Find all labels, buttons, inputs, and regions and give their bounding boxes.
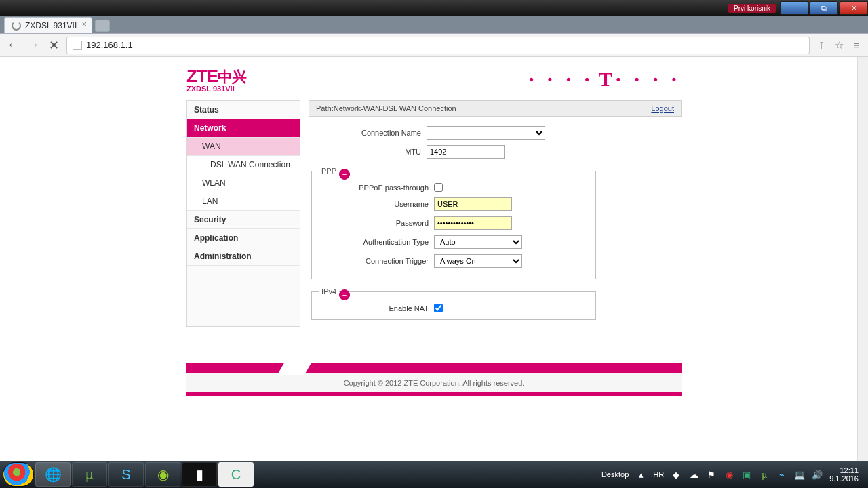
ipv4-fieldset: IPv4 − Enable NAT xyxy=(311,287,596,320)
browser-tabstrip: ZXDSL 931VII × xyxy=(0,16,868,34)
tray-utorrent-icon[interactable]: µ xyxy=(759,469,770,480)
sidebar-item-wlan[interactable]: WLAN xyxy=(187,174,300,192)
mtu-label: MTU xyxy=(311,148,427,156)
pppoe-pt-checkbox[interactable] xyxy=(434,183,443,192)
sidebar-item-application[interactable]: Application xyxy=(187,229,300,247)
tab-close-button[interactable]: × xyxy=(79,20,89,30)
taskbar-app-skype[interactable]: S xyxy=(108,462,144,487)
password-input[interactable] xyxy=(434,216,512,230)
tray-bluetooth-icon[interactable]: ⌁ xyxy=(776,469,787,480)
system-tray: Desktop ▴ HR ◆ ☁ ⚑ ◉ ▣ µ ⌁ 💻 🔊 12:11 9.1… xyxy=(601,466,865,483)
header-brand-row: ZTE中兴 ZXDSL 931VII • • • •T• • • • xyxy=(186,62,682,96)
menu-icon[interactable]: ≡ xyxy=(850,39,863,52)
language-indicator[interactable]: HR xyxy=(653,470,664,479)
auth-type-select[interactable]: Auto xyxy=(434,235,522,249)
url-text: 192.168.1.1 xyxy=(86,40,133,50)
sidebar-item-lan[interactable]: LAN xyxy=(187,192,300,211)
window-maximize-button[interactable]: ⧉ xyxy=(810,1,838,15)
taskbar-clock[interactable]: 12:11 9.1.2016 xyxy=(829,466,859,483)
tray-flag-icon[interactable]: ⚑ xyxy=(706,469,717,480)
connection-name-label: Connection Name xyxy=(311,129,427,137)
footer-bottom-line xyxy=(186,392,682,396)
sidebar-item-wan[interactable]: WAN xyxy=(187,138,300,156)
sidebar-item-dsl-wan-connection[interactable]: DSL WAN Connection xyxy=(187,156,300,174)
address-bar[interactable]: 192.168.1.1 xyxy=(66,37,810,54)
sidebar-item-security[interactable]: Security xyxy=(187,211,300,229)
taskbar-app-chrome[interactable]: 🌐 xyxy=(35,462,71,487)
forward-button[interactable]: → xyxy=(26,38,41,53)
taskbar-app-camtasia[interactable]: C xyxy=(218,462,254,487)
logout-link[interactable]: Logout xyxy=(651,104,674,113)
nat-label: Enable NAT xyxy=(319,304,434,312)
pppoe-pt-label: PPPoE pass-through xyxy=(319,184,434,192)
steam-icon[interactable]: ◆ xyxy=(671,469,682,480)
window-minimize-button[interactable]: — xyxy=(780,1,808,15)
tray-shield-icon[interactable]: ◉ xyxy=(724,469,734,480)
footer-copyright: Copyright © 2012 ZTE Corporation. All ri… xyxy=(186,373,682,392)
connection-trigger-label: Connection Trigger xyxy=(319,257,434,265)
browser-tab[interactable]: ZXDSL 931VII × xyxy=(4,17,92,33)
browser-toolbar: ← → ✕ 192.168.1.1 ⍑ ☆ ≡ xyxy=(0,34,868,57)
page-icon xyxy=(73,41,82,50)
connection-name-select[interactable] xyxy=(427,126,545,140)
taskbar-app-utorrent[interactable]: µ xyxy=(72,462,107,487)
start-button[interactable] xyxy=(3,462,34,487)
ppp-legend: PPP xyxy=(319,167,339,175)
sidebar-item-administration[interactable]: Administration xyxy=(187,247,300,266)
breadcrumb: Path:Network-WAN-DSL WAN Connection Logo… xyxy=(309,100,682,117)
taskbar-app-360[interactable]: ◉ xyxy=(145,462,180,487)
sidebar-item-status[interactable]: Status xyxy=(187,101,300,119)
collapse-badge-icon[interactable]: − xyxy=(339,169,350,180)
sidebar-item-network[interactable]: Network xyxy=(187,119,300,138)
tray-camtasia-icon[interactable]: ▣ xyxy=(741,469,752,480)
tray-volume-icon[interactable]: 🔊 xyxy=(812,469,823,480)
translate-icon[interactable]: ⍑ xyxy=(815,39,827,52)
vertical-scrollbar[interactable] xyxy=(857,57,868,461)
stop-button[interactable]: ✕ xyxy=(46,38,61,53)
username-label: Username xyxy=(319,200,434,208)
taskbar-app-terminal[interactable]: ▮ xyxy=(182,462,217,487)
tray-cloud-icon[interactable]: ☁ xyxy=(688,469,699,480)
collapse-badge-icon[interactable]: − xyxy=(339,289,350,300)
back-button[interactable]: ← xyxy=(5,38,20,53)
ppp-fieldset: PPP − PPPoE pass-through Username Passwo… xyxy=(311,167,596,279)
windows-taskbar: 🌐 µ S ◉ ▮ C Desktop ▴ HR ◆ ☁ ⚑ ◉ ▣ µ ⌁ 💻… xyxy=(0,461,868,488)
ipv4-legend: IPv4 xyxy=(319,287,339,296)
tray-up-icon[interactable]: ▴ xyxy=(635,469,646,480)
connection-trigger-select[interactable]: Always On xyxy=(434,254,522,268)
sidebar-nav: Status Network WAN DSL WAN Connection WL… xyxy=(186,100,300,327)
window-close-button[interactable]: ✕ xyxy=(840,1,868,15)
tray-network-icon[interactable]: 💻 xyxy=(794,469,805,480)
auth-type-label: Authentication Type xyxy=(319,238,434,246)
new-tab-button[interactable] xyxy=(95,20,110,32)
page-viewport: ZTE中兴 ZXDSL 931VII • • • •T• • • • Statu… xyxy=(0,57,868,461)
username-input[interactable] xyxy=(434,197,512,211)
nat-checkbox[interactable] xyxy=(434,304,443,312)
mtu-input[interactable] xyxy=(427,145,505,159)
user-tag: Prvi korisnik xyxy=(728,4,776,13)
window-titlebar: Prvi korisnik — ⧉ ✕ xyxy=(0,0,868,16)
loading-favicon-icon xyxy=(12,21,21,30)
telekom-logo: • • • •T• • • • xyxy=(530,68,682,91)
desktop-toolbar-label[interactable]: Desktop xyxy=(601,470,629,479)
footer-accent-bar xyxy=(186,361,682,373)
password-label: Password xyxy=(319,219,434,227)
main-panel: Path:Network-WAN-DSL WAN Connection Logo… xyxy=(309,100,682,327)
bookmark-star-icon[interactable]: ☆ xyxy=(833,39,845,52)
tab-title: ZXDSL 931VII xyxy=(25,21,77,30)
